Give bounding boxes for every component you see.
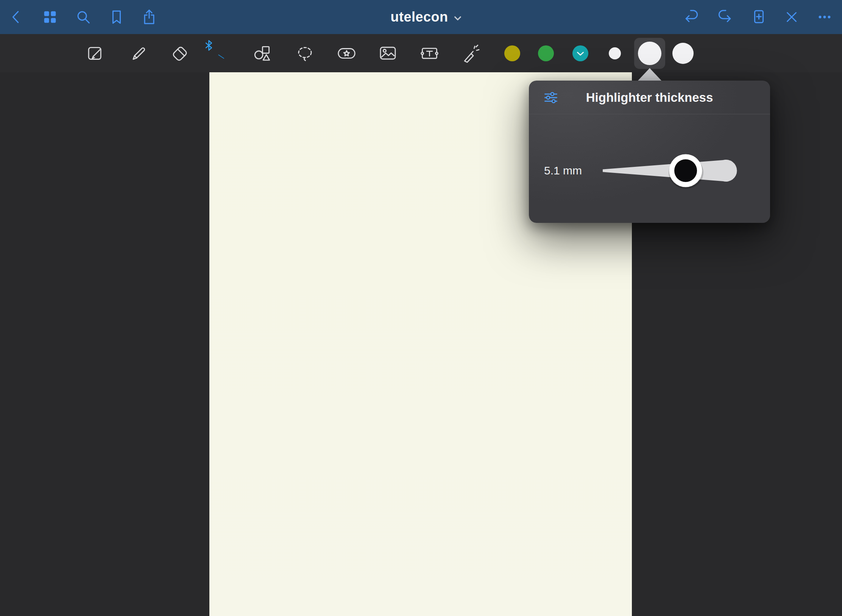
add-page-button[interactable] (748, 6, 770, 28)
shapes-icon (253, 43, 273, 64)
pen-icon (128, 43, 148, 64)
tool-bar (0, 34, 842, 72)
sticker-star-icon (336, 43, 357, 64)
redo-icon (716, 8, 733, 26)
tool-eraser-button[interactable] (168, 41, 192, 65)
notebook-title-menu[interactable]: utelecon (390, 9, 463, 25)
edit-page-icon (85, 43, 106, 64)
green-color-icon (538, 45, 554, 62)
popover-arrow (638, 68, 661, 81)
back-chevron-icon (8, 8, 25, 26)
color-swatch-green[interactable] (537, 44, 555, 62)
thickness-value-label: 5.1 mm (544, 164, 582, 177)
color-swatch-yellow[interactable] (503, 44, 521, 62)
thickness-slider (595, 148, 754, 193)
nav-bar: utelecon (0, 0, 842, 34)
color-swatch-teal-selected[interactable] (571, 44, 589, 62)
thickness-medium-dot (638, 42, 661, 65)
thumbnails-grid-icon (41, 8, 59, 26)
undo-button[interactable] (681, 6, 703, 28)
highlighter-thickness-popover: Highlighter thickness 5.1 mm (529, 81, 770, 223)
lasso-icon (295, 43, 315, 64)
image-icon (377, 43, 398, 64)
share-button[interactable] (138, 6, 160, 28)
tool-image-button[interactable] (376, 41, 400, 65)
popover-header: Highlighter thickness (529, 81, 770, 114)
slider-knob-dot (674, 159, 697, 182)
thickness-medium-button[interactable] (634, 38, 665, 69)
ellipsis-icon (816, 8, 833, 26)
undo-icon (683, 8, 701, 26)
app-screen: utelecon (0, 0, 842, 616)
thickness-large-dot (672, 43, 694, 64)
tool-shapes-button[interactable] (251, 41, 275, 65)
tool-laser-pointer-button[interactable] (459, 41, 483, 65)
thickness-small-button[interactable] (609, 47, 621, 59)
bookmark-button[interactable] (106, 6, 128, 28)
highlighter-icon (212, 43, 232, 64)
back-button[interactable] (5, 6, 27, 28)
search-button[interactable] (72, 6, 94, 28)
thickness-large-button[interactable] (672, 43, 694, 64)
chevron-down-icon (453, 13, 463, 23)
popover-title: Highlighter thickness (529, 90, 770, 105)
tool-edit-page-button[interactable] (83, 41, 108, 65)
crossed-pen-icon (783, 8, 800, 26)
tool-elements-button[interactable] (334, 41, 359, 65)
eraser-icon (170, 43, 190, 64)
yellow-color-icon (504, 45, 521, 62)
bluetooth-icon (205, 40, 212, 51)
share-icon (140, 8, 158, 26)
tool-pen-button[interactable] (126, 41, 150, 65)
thumbnails-button[interactable] (39, 6, 61, 28)
bookmark-icon (108, 8, 125, 26)
more-button[interactable] (814, 6, 836, 28)
notebook-title: utelecon (390, 9, 448, 25)
tool-lasso-button[interactable] (293, 41, 317, 65)
redo-button[interactable] (713, 6, 735, 28)
teal-color-icon (572, 45, 589, 62)
laser-pointer-icon (461, 43, 482, 64)
thickness-small-dot (609, 47, 621, 59)
search-icon (75, 8, 92, 26)
text-box-icon (419, 43, 440, 64)
tool-text-button[interactable] (417, 41, 441, 65)
tool-highlighter-button[interactable] (210, 41, 234, 65)
add-page-icon (750, 8, 767, 26)
edit-mode-toggle-button[interactable] (781, 6, 803, 28)
